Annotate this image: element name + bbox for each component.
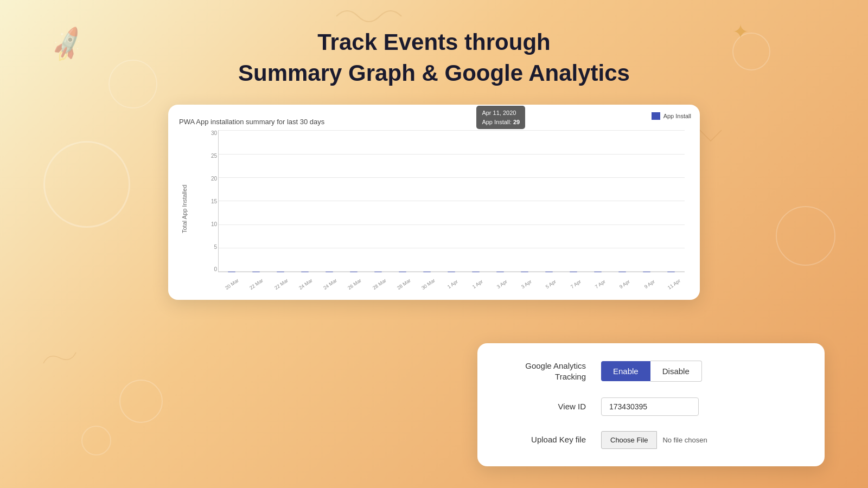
analytics-tracking-row: Google Analytics Tracking Enable Disable [499, 361, 803, 383]
view-id-content [601, 397, 699, 416]
y-tick: 15 [206, 198, 217, 204]
x-label: 3 Apr [515, 275, 538, 293]
x-label: 26 Mar [343, 275, 366, 293]
analytics-card: Google Analytics Tracking Enable Disable… [477, 343, 825, 467]
y-axis-label: Total App Installed [179, 130, 190, 287]
disable-button[interactable]: Disable [650, 361, 702, 382]
tracking-buttons: Enable Disable [601, 361, 702, 382]
enable-button[interactable]: Enable [601, 361, 650, 381]
chart-card: PWA App installation summary for last 30… [168, 105, 700, 300]
x-label: 22 Mar [245, 275, 268, 293]
page-title: Track Events through Summary Graph & Goo… [0, 0, 868, 88]
view-id-input[interactable] [601, 397, 699, 416]
x-label: 30 Mar [417, 275, 440, 293]
x-label: 1 Apr [466, 275, 489, 293]
x-label: 9 Apr [613, 275, 636, 293]
view-id-row: View ID [499, 397, 803, 416]
x-label: 5 Apr [540, 275, 563, 293]
y-tick: 5 [206, 244, 217, 250]
x-label: 28 Mar [368, 275, 391, 293]
legend-color-box [652, 112, 660, 120]
bars-container [218, 130, 685, 272]
deco-circle-6 [81, 426, 111, 455]
y-ticks: 0 5 10 15 20 25 30 [206, 130, 217, 272]
y-tick: 10 [206, 221, 217, 227]
tooltip-date: Apr 11, 2020 [482, 108, 520, 118]
x-label: 9 Apr [638, 275, 661, 293]
chart-title: PWA App installation summary for last 30… [179, 118, 685, 126]
chart-inner: 0 5 10 15 20 25 30 [190, 130, 685, 287]
y-tick: 0 [206, 266, 217, 272]
x-label: 28 Mar [392, 275, 416, 293]
y-tick: 20 [206, 176, 217, 182]
x-label: 22 Mar [270, 275, 293, 293]
y-tick: 25 [206, 153, 217, 159]
upload-key-row: Upload Key file Choose File No file chos… [499, 431, 803, 449]
x-label: 3 Apr [490, 275, 514, 293]
x-label: 11 Apr [662, 275, 686, 293]
upload-content: Choose File No file chosen [601, 431, 707, 449]
no-file-text: No file chosen [662, 436, 707, 444]
view-id-label: View ID [499, 401, 586, 412]
choose-file-button[interactable]: Choose File [601, 431, 657, 449]
x-label: 7 Apr [589, 275, 612, 293]
x-label: 1 Apr [441, 275, 464, 293]
x-label: 24 Mar [318, 275, 342, 293]
x-label: 7 Apr [564, 275, 588, 293]
chart-legend: App Install [652, 112, 691, 120]
x-labels: 20 Mar22 Mar22 Mar24 Mar24 Mar26 Mar28 M… [218, 272, 685, 287]
deco-circle-5 [119, 380, 163, 423]
upload-label: Upload Key file [499, 434, 586, 445]
main-content: PWA App installation summary for last 30… [0, 105, 868, 300]
file-input-label[interactable]: Choose File [601, 431, 657, 449]
legend-label: App Install [663, 113, 691, 119]
x-label: 20 Mar [220, 275, 244, 293]
chart-area: Total App Installed 0 5 10 15 20 25 30 [179, 130, 685, 287]
tracking-label: Google Analytics Tracking [499, 361, 586, 383]
x-label: 24 Mar [294, 275, 317, 293]
y-tick: 30 [206, 130, 217, 136]
